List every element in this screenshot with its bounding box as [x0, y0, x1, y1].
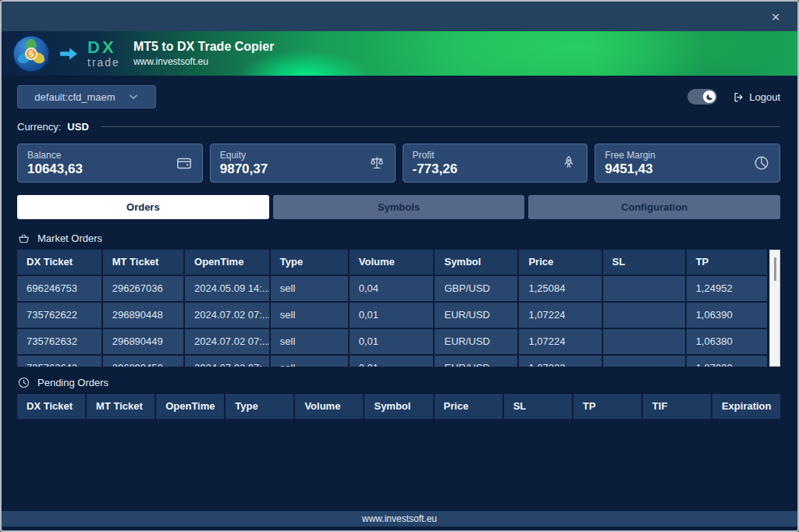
cell-volume: 0,04 — [350, 276, 434, 301]
column-header[interactable]: TIF — [643, 394, 711, 419]
market-orders-table: DX Ticket MT Ticket OpenTime Type Volume… — [17, 250, 780, 367]
table-row[interactable]: 735762642 296890450 2024.07.02 07:... se… — [17, 356, 767, 367]
dx-logo-subtext: trade — [87, 57, 120, 68]
app-window: × 5 DX trade MT5 to DX Tra — [0, 0, 799, 532]
cell-mt-ticket: 296890449 — [103, 329, 183, 354]
equity-card: Equity 9870,37 — [210, 144, 396, 183]
rocket-icon — [560, 154, 577, 172]
cell-sl — [603, 329, 685, 354]
divider-line — [101, 126, 780, 127]
account-select-value: default:cfd_maem — [34, 91, 115, 103]
cell-opentime: 2024.07.02 07:... — [185, 356, 269, 367]
pending-orders-section-label: Pending Orders — [17, 376, 780, 389]
cell-type: sell — [271, 356, 348, 367]
free-margin-value: 9451,43 — [605, 161, 655, 177]
balance-value: 10643,63 — [27, 161, 83, 177]
column-header[interactable]: DX Ticket — [17, 250, 101, 275]
theme-toggle[interactable] — [687, 89, 717, 105]
cell-type: sell — [271, 329, 348, 354]
scrollbar-thumb[interactable] — [774, 257, 776, 281]
cell-mt-ticket: 296890448 — [103, 303, 183, 328]
market-orders-section-label: Market Orders — [17, 232, 780, 245]
cell-opentime: 2024.07.02 07:... — [185, 329, 269, 354]
column-header[interactable]: Type — [225, 394, 293, 419]
table-scrollbar[interactable] — [769, 250, 780, 367]
column-header[interactable]: TP — [687, 250, 767, 275]
app-subtitle: www.investsoft.eu — [133, 56, 274, 67]
column-header[interactable]: OpenTime — [185, 250, 269, 275]
cell-price: 1,07222 — [519, 356, 601, 367]
column-header[interactable]: Expiration — [712, 394, 780, 419]
column-header[interactable]: SL — [504, 394, 572, 419]
cell-tp: 1,06380 — [687, 329, 767, 354]
cell-tp: 1,06390 — [687, 303, 767, 328]
logout-button[interactable]: Logout — [733, 91, 780, 103]
table-row[interactable]: 696246753 296267036 2024.05.09 14:... se… — [17, 276, 767, 301]
logout-icon — [733, 91, 744, 103]
column-header[interactable]: Symbol — [435, 250, 517, 275]
moon-icon — [703, 90, 716, 103]
column-header[interactable]: Volume — [350, 250, 434, 275]
column-header[interactable]: Type — [271, 250, 348, 275]
balance-label: Balance — [27, 150, 83, 161]
cell-opentime: 2024.07.02 07:... — [185, 303, 269, 328]
table-row[interactable]: 735762622 296890448 2024.07.02 07:... se… — [17, 303, 767, 328]
cell-price: 1,07224 — [519, 329, 601, 354]
equity-label: Equity — [220, 150, 268, 161]
cell-dx-ticket: 735762642 — [17, 356, 101, 367]
cell-symbol: GBP/USD — [435, 276, 517, 301]
column-header[interactable]: MT Ticket — [87, 394, 154, 419]
dx-trade-logo: DX trade — [87, 39, 120, 68]
cell-dx-ticket: 735762632 — [17, 329, 101, 354]
tab-orders[interactable]: Orders — [17, 195, 269, 219]
pending-orders-header-row: DX Ticket MT Ticket OpenTime Type Volume… — [17, 394, 780, 419]
cell-type: sell — [271, 276, 348, 301]
cell-dx-ticket: 735762622 — [17, 303, 101, 328]
title-bar: × — [2, 2, 797, 31]
chevron-down-icon — [128, 91, 139, 102]
clock-icon — [17, 376, 30, 389]
main-tabs: Orders Symbols Configuration — [17, 195, 780, 219]
column-header[interactable]: SL — [603, 250, 685, 275]
balance-card: Balance 10643,63 — [17, 144, 203, 183]
cell-dx-ticket: 696246753 — [17, 276, 101, 301]
cell-tp: 1,07000 — [687, 356, 767, 367]
table-row[interactable]: 735762632 296890449 2024.07.02 07:... se… — [17, 329, 767, 354]
column-header[interactable]: TP — [574, 394, 641, 419]
market-orders-header-row: DX Ticket MT Ticket OpenTime Type Volume… — [17, 250, 767, 275]
column-header[interactable]: Symbol — [364, 394, 432, 419]
cell-sl — [603, 276, 685, 301]
account-select-dropdown[interactable]: default:cfd_maem — [17, 85, 156, 108]
app-title: MT5 to DX Trade Copier — [133, 40, 274, 54]
cell-volume: 0,01 — [350, 329, 434, 354]
currency-value: USD — [67, 121, 88, 133]
cell-volume: 0,01 — [350, 356, 434, 367]
pie-chart-icon — [753, 154, 770, 172]
wallet-icon — [176, 154, 193, 172]
free-margin-card: Free Margin 9451,43 — [595, 144, 780, 183]
equity-value: 9870,37 — [220, 161, 268, 177]
column-header[interactable]: OpenTime — [156, 394, 224, 419]
tab-configuration[interactable]: Configuration — [528, 195, 780, 219]
right-arrow-icon — [59, 46, 79, 62]
market-orders-title: Market Orders — [37, 232, 102, 244]
column-header[interactable]: MT Ticket — [103, 250, 183, 275]
cell-price: 1,25084 — [519, 276, 601, 301]
cell-volume: 0,01 — [350, 303, 434, 328]
close-icon[interactable]: × — [766, 8, 785, 27]
cell-sl — [603, 303, 685, 328]
pending-orders-title: Pending Orders — [37, 377, 108, 388]
mt5-badge-number: 5 — [29, 49, 34, 59]
tab-symbols[interactable]: Symbols — [273, 195, 525, 219]
column-header[interactable]: Price — [435, 394, 502, 419]
column-header[interactable]: Volume — [295, 394, 363, 419]
cell-symbol: EUR/USD — [435, 356, 517, 367]
mt5-logo-icon: 5 — [12, 35, 50, 73]
basket-icon — [17, 232, 30, 245]
column-header[interactable]: Price — [519, 250, 601, 275]
footer-url: www.investsoft.eu — [362, 513, 437, 524]
cell-price: 1,07224 — [519, 303, 601, 328]
cell-sl — [603, 356, 685, 367]
column-header[interactable]: DX Ticket — [17, 394, 85, 419]
cell-tp: 1,24952 — [687, 276, 767, 301]
